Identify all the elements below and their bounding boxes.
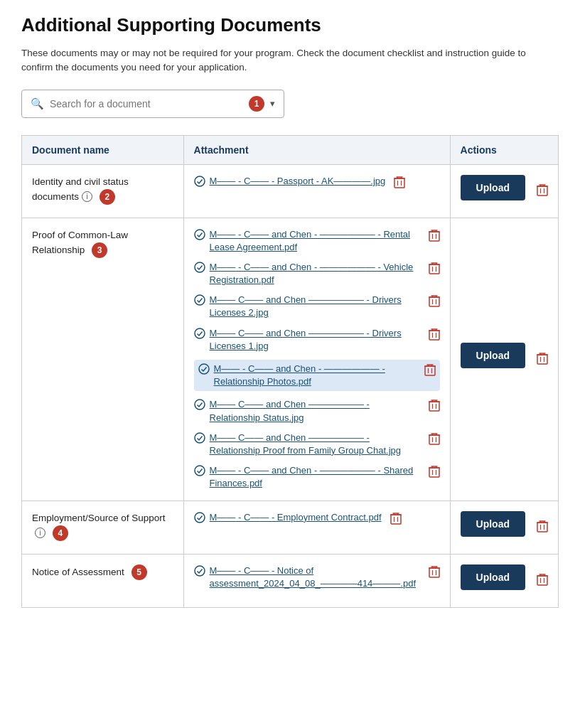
delete-icon[interactable] bbox=[429, 565, 440, 581]
delete-icon[interactable] bbox=[429, 262, 440, 277]
col-doc-name: Document name bbox=[22, 135, 184, 164]
attachment-link[interactable]: M—— - C—— and Chen - —————— - Shared Fin… bbox=[210, 464, 420, 490]
attachment-link[interactable]: M—— - C—— - Notice of assessment_2024_04… bbox=[210, 564, 420, 590]
attachment-link[interactable]: M—— C—— and Chen —————— - Relationship S… bbox=[210, 398, 420, 424]
upload-button[interactable]: Upload bbox=[461, 343, 525, 368]
doc-name-text: Employment/Source of Support bbox=[32, 513, 166, 523]
attachment-link[interactable]: M—— - C—— and Chen - —————— - Relationsh… bbox=[214, 363, 416, 388]
svg-rect-79 bbox=[537, 355, 547, 364]
attachment-cell: M—— - C—— and Chen - —————— - Rental Lea… bbox=[183, 218, 450, 500]
attachment-list: M—— - C—— - Employment Contract.pdf bbox=[194, 511, 440, 528]
doc-name-cell: Identity and civil status documentsi 2 bbox=[22, 164, 184, 218]
svg-rect-109 bbox=[537, 576, 547, 585]
check-icon bbox=[198, 363, 210, 377]
delete-icon[interactable] bbox=[394, 176, 405, 191]
svg-point-71 bbox=[195, 466, 205, 476]
delete-action-icon[interactable] bbox=[537, 183, 548, 199]
step-badge: 3 bbox=[92, 242, 107, 258]
delete-action-icon[interactable] bbox=[537, 352, 548, 368]
attachment-link[interactable]: M—— - C—— - Employment Contract.pdf bbox=[210, 511, 382, 524]
attachment-item: M—— C—— and Chen —————— - Relationship P… bbox=[194, 432, 440, 457]
svg-point-47 bbox=[199, 364, 209, 374]
actions-cell: Upload bbox=[450, 554, 558, 607]
attachment-link[interactable]: M—— C—— and Chen —————— - Drivers Licens… bbox=[210, 327, 420, 353]
attachment-item: M—— - C—— - Passport - AK————.jpg bbox=[194, 175, 440, 191]
delete-icon[interactable] bbox=[429, 294, 440, 310]
search-input[interactable] bbox=[50, 98, 245, 109]
attachment-link[interactable]: M—— - C—— and Chen - —————— - Vehicle Re… bbox=[210, 261, 420, 287]
svg-rect-8 bbox=[537, 186, 547, 196]
actions-cell: Upload bbox=[450, 500, 558, 554]
table-row: Identity and civil status documentsi 2M—… bbox=[22, 164, 559, 218]
attachment-item: M—— - C—— and Chen - —————— - Shared Fin… bbox=[194, 464, 440, 490]
doc-name-text: Notice of Assessment bbox=[32, 566, 124, 577]
table-row: Proof of Common-Law Relationship 3M—— - … bbox=[22, 218, 559, 500]
attachment-item: M—— C—— and Chen —————— - Drivers Licens… bbox=[194, 327, 440, 353]
attachment-link[interactable]: M—— C—— and Chen —————— - Drivers Licens… bbox=[210, 294, 420, 319]
svg-point-23 bbox=[195, 262, 205, 272]
attachment-link[interactable]: M—— - C—— - Passport - AK————.jpg bbox=[210, 175, 386, 188]
svg-rect-32 bbox=[429, 297, 439, 306]
svg-point-39 bbox=[195, 328, 205, 338]
upload-button[interactable]: Upload bbox=[461, 564, 525, 590]
search-container: 🔍 1 ▾ bbox=[21, 90, 284, 118]
svg-rect-87 bbox=[391, 515, 401, 524]
doc-name-cell: Notice of Assessment 5 bbox=[22, 554, 184, 607]
check-icon bbox=[194, 328, 205, 341]
col-attachment: Attachment bbox=[183, 135, 450, 164]
attachment-cell: M—— - C—— - Notice of assessment_2024_04… bbox=[183, 554, 450, 607]
delete-icon[interactable] bbox=[429, 465, 440, 481]
attachment-list: M—— - C—— and Chen - —————— - Rental Lea… bbox=[194, 228, 440, 491]
delete-icon[interactable] bbox=[390, 512, 402, 528]
upload-button[interactable]: Upload bbox=[461, 511, 525, 537]
attachment-item: M—— - C—— and Chen - —————— - Rental Lea… bbox=[194, 228, 440, 254]
svg-rect-48 bbox=[425, 366, 435, 375]
chevron-down-icon: ▾ bbox=[270, 98, 275, 109]
svg-point-101 bbox=[195, 566, 205, 576]
delete-icon[interactable] bbox=[429, 432, 440, 448]
svg-rect-40 bbox=[429, 331, 439, 340]
col-actions: Actions bbox=[450, 135, 558, 164]
svg-rect-24 bbox=[429, 264, 439, 274]
actions-cell: Upload bbox=[450, 218, 558, 500]
attachment-cell: M—— - C—— - Passport - AK————.jpg bbox=[183, 164, 450, 218]
svg-rect-64 bbox=[429, 435, 439, 444]
attachment-list: M—— - C—— - Passport - AK————.jpg bbox=[194, 175, 440, 191]
delete-action-icon[interactable] bbox=[537, 520, 548, 535]
actions-wrapper: Upload bbox=[461, 343, 548, 375]
check-icon bbox=[194, 262, 205, 275]
actions-cell: Upload bbox=[450, 164, 558, 218]
svg-point-15 bbox=[195, 230, 205, 240]
page-description: These documents may or may not be requir… bbox=[21, 46, 559, 75]
delete-icon[interactable] bbox=[424, 363, 436, 379]
actions-wrapper: Upload bbox=[461, 175, 548, 208]
delete-icon[interactable] bbox=[429, 229, 440, 245]
info-icon[interactable]: i bbox=[82, 191, 92, 202]
delete-icon[interactable] bbox=[429, 399, 440, 414]
info-icon[interactable]: i bbox=[35, 528, 45, 538]
delete-action-icon[interactable] bbox=[537, 573, 548, 589]
svg-rect-16 bbox=[429, 232, 439, 241]
svg-rect-72 bbox=[429, 468, 439, 477]
page-title: Additional Supporting Documents bbox=[21, 14, 559, 36]
attachment-cell: M—— - C—— - Employment Contract.pdf bbox=[183, 500, 450, 554]
upload-button[interactable]: Upload bbox=[461, 175, 525, 200]
documents-table: Document name Attachment Actions Identit… bbox=[21, 135, 559, 608]
attachment-item: M—— C—— and Chen —————— - Relationship S… bbox=[194, 398, 440, 424]
attachment-item: M—— - C—— and Chen - —————— - Relationsh… bbox=[194, 360, 440, 391]
check-icon bbox=[194, 512, 205, 525]
delete-icon[interactable] bbox=[429, 328, 440, 343]
svg-point-31 bbox=[195, 295, 205, 305]
svg-rect-94 bbox=[537, 523, 547, 532]
attachment-list: M—— - C—— - Notice of assessment_2024_04… bbox=[194, 564, 440, 590]
svg-point-63 bbox=[195, 433, 205, 443]
check-icon bbox=[194, 176, 205, 189]
attachment-link[interactable]: M—— - C—— and Chen - —————— - Rental Lea… bbox=[210, 228, 420, 254]
doc-name-cell: Employment/Source of Supporti 4 bbox=[22, 500, 184, 554]
svg-rect-102 bbox=[429, 568, 439, 577]
table-row: Employment/Source of Supporti 4M—— - C——… bbox=[22, 500, 559, 554]
attachment-item: M—— - C—— - Notice of assessment_2024_04… bbox=[194, 564, 440, 590]
attachment-item: M—— - C—— and Chen - —————— - Vehicle Re… bbox=[194, 261, 440, 287]
attachment-link[interactable]: M—— C—— and Chen —————— - Relationship P… bbox=[210, 432, 420, 457]
svg-rect-1 bbox=[394, 178, 404, 188]
